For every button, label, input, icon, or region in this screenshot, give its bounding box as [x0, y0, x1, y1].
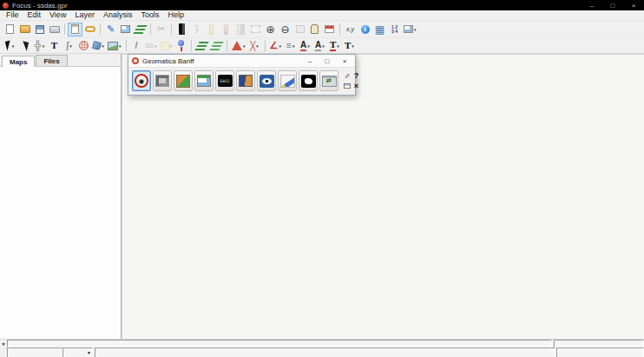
toolbar-separator	[123, 39, 129, 53]
exit-button[interactable]: ×	[352, 82, 361, 91]
status-extra-cell	[556, 347, 644, 357]
toolbar-editing: ▾╬▾T∫▾▾▾/O1▾▾▾╳▾∠▾≡▾A▾A▾T▾T▾	[0, 38, 644, 54]
menu-analysis[interactable]: Analysis	[99, 10, 137, 20]
text-tool-icon[interactable]: T	[47, 39, 62, 53]
maximize-button[interactable]: □	[602, 0, 623, 10]
status-right-cell	[554, 340, 644, 347]
hatch-style-icon[interactable]: ≡▾	[283, 39, 298, 53]
modeler-button[interactable]	[194, 70, 214, 91]
banff-maximize-button[interactable]: □	[319, 55, 336, 67]
edit-small-icon[interactable]: ✎	[343, 71, 352, 81]
data-transfer-button[interactable]: ⇄	[319, 70, 338, 91]
fly-button[interactable]	[257, 70, 276, 91]
zoom-out-icon[interactable]: ⊖	[278, 23, 292, 36]
lut-yellow-icon[interactable]	[204, 23, 219, 36]
angle-style-icon[interactable]: ∠▾	[268, 39, 283, 53]
sketch-tool-icon[interactable]: ∫▾	[62, 39, 76, 53]
zoom-actual-icon[interactable]	[292, 23, 307, 36]
new-project-icon[interactable]	[3, 23, 17, 36]
insert-image-icon[interactable]: ▾	[106, 39, 123, 53]
georeference-globe-icon[interactable]	[76, 39, 91, 53]
easi-button[interactable]: EASI	[215, 70, 234, 91]
pan-hand-icon[interactable]	[307, 23, 322, 36]
status-message-cell	[7, 340, 552, 347]
pushpin-icon[interactable]	[174, 39, 188, 53]
save-icon[interactable]	[32, 23, 47, 36]
open-icon[interactable]	[17, 23, 32, 36]
profile-chart-icon[interactable]: ▾	[402, 23, 418, 36]
status-row-bottom: ▼	[0, 347, 644, 357]
zoom-in-icon[interactable]: ⊕	[263, 23, 278, 36]
new-view-window-icon[interactable]	[118, 23, 133, 36]
viewer-button[interactable]	[299, 70, 318, 91]
collapse-panel-icon[interactable]: ▼	[0, 340, 7, 347]
layer-stack-alt-icon[interactable]	[209, 39, 224, 53]
layer-stack-icon[interactable]	[194, 39, 209, 53]
label-style-red-icon[interactable]: A▾	[298, 39, 312, 53]
attribute-table-icon[interactable]: ▦	[372, 23, 387, 36]
focus-button[interactable]: ◉	[132, 70, 151, 91]
banff-close-button[interactable]: ×	[336, 55, 353, 67]
line-tool-icon[interactable]: /	[129, 39, 144, 53]
layer-manager-icon[interactable]	[133, 23, 148, 36]
toolbox-button[interactable]	[153, 70, 172, 91]
text-style-plain-icon[interactable]: T▾	[342, 39, 357, 53]
close-button[interactable]: ×	[623, 0, 644, 10]
map-canvas[interactable]	[122, 54, 644, 339]
symbol-o1-icon[interactable]: O1▾	[144, 39, 159, 53]
swipe-tool-icon[interactable]	[174, 23, 189, 36]
label-style-gray-icon[interactable]: A▾	[312, 39, 327, 53]
menu-layer[interactable]: Layer	[70, 10, 99, 20]
dropdown-arrow-icon: ▾	[352, 43, 354, 49]
area-symbol-icon[interactable]: ▾	[230, 39, 247, 53]
dropdown-arrow-icon: ▾	[69, 43, 72, 49]
banff-title-bar[interactable]: Geomatica Banff – □ ×	[128, 55, 355, 68]
help-button[interactable]: ?	[352, 71, 361, 81]
window-title: Focus - ssdas.gpr	[12, 2, 68, 10]
orthoengine-button[interactable]	[278, 70, 297, 91]
flicker-tool-icon[interactable]: )	[189, 23, 204, 36]
menu-tools[interactable]: Tools	[136, 10, 163, 20]
panel-small-icon[interactable]	[343, 82, 352, 91]
map-button[interactable]	[174, 70, 193, 91]
fill-style-icon[interactable]: ▾	[91, 39, 106, 53]
tab-files[interactable]: Files	[36, 55, 67, 66]
toolbar-separator	[168, 23, 174, 36]
text-style-red-icon[interactable]: T▾	[327, 39, 342, 53]
tab-maps[interactable]: Maps	[2, 56, 35, 67]
maps-panel-body[interactable]	[0, 67, 121, 339]
status-scale-dropdown[interactable]: ▼	[62, 347, 93, 357]
dropdown-arrow-icon: ▾	[102, 43, 104, 49]
select-cursor-icon[interactable]: ▾	[3, 39, 17, 53]
cut-icon[interactable]: ✂	[154, 23, 168, 36]
dropdown-arrow-icon: ▾	[243, 43, 246, 49]
print-icon[interactable]	[47, 23, 62, 36]
toolbar-standard: ✎✂)⊕⊖x,yi▦1 2 3 4▾	[0, 21, 644, 38]
link-icon[interactable]	[82, 23, 97, 36]
status-area: ▼ ▼	[0, 339, 644, 357]
edit-pencil-icon[interactable]: ✎	[103, 23, 118, 36]
banff-minimize-button[interactable]: –	[301, 55, 319, 67]
focus-app-icon	[3, 3, 9, 9]
minimize-button[interactable]: –	[582, 0, 602, 10]
edit-cursor-icon[interactable]	[17, 39, 32, 53]
left-panel: Maps Files	[0, 54, 122, 339]
menu-help[interactable]: Help	[163, 10, 188, 20]
highlight-style-icon[interactable]: ▾	[159, 39, 174, 53]
dropdown-arrow-icon: ▾	[292, 43, 295, 49]
lut-gray-icon[interactable]	[233, 23, 248, 36]
algorithm-librarian-button[interactable]	[236, 70, 255, 91]
menu-edit[interactable]: Edit	[23, 10, 46, 20]
zoom-box-icon[interactable]	[248, 23, 263, 36]
cursor-coordinates-icon[interactable]: x,y	[343, 23, 358, 36]
rgb-mapper-icon[interactable]	[322, 23, 337, 36]
identify-info-icon[interactable]: i	[358, 23, 372, 36]
banff-window-title: Geomatica Banff	[142, 57, 194, 65]
pixel-values-icon[interactable]: 1 2 3 4	[387, 23, 402, 36]
lut-red-icon[interactable]	[219, 23, 233, 36]
snap-grid-icon[interactable]: ╬▾	[32, 39, 47, 53]
menu-file[interactable]: File	[2, 10, 23, 20]
menu-view[interactable]: View	[45, 10, 70, 20]
measure-tools-icon[interactable]: ╳▾	[247, 39, 262, 53]
clipboard-paste-icon[interactable]	[68, 23, 82, 36]
